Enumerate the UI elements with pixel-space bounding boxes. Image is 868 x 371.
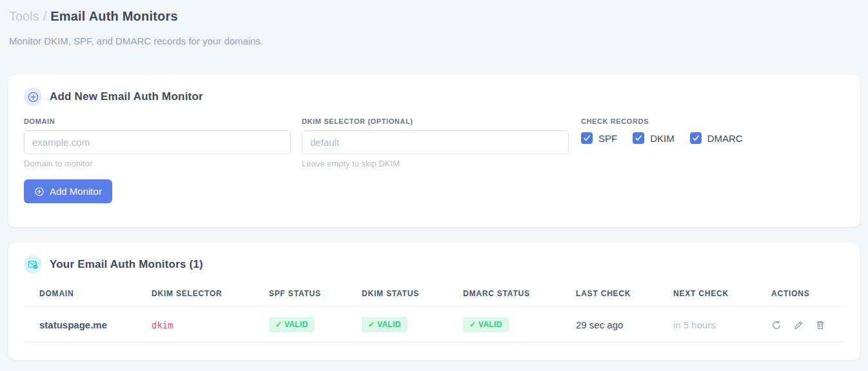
monitor-actions — [756, 307, 844, 343]
edit-button[interactable] — [793, 320, 804, 330]
monitor-domain: statuspage.me — [24, 307, 136, 343]
column-header-domain: DOMAIN — [24, 284, 136, 307]
add-card-header: Add New Email Auth Monitor — [24, 88, 844, 106]
domain-label: DOMAIN — [24, 117, 291, 125]
add-monitor-form: DOMAIN Domain to monitor DKIM SELECTOR (… — [24, 117, 844, 168]
add-monitor-button-label: Add Monitor — [50, 186, 102, 197]
dmarc-checkbox-label: DMARC — [707, 133, 743, 144]
column-header-actions: ACTIONS — [756, 284, 844, 307]
mail-check-icon — [24, 256, 42, 274]
column-header-last-check: LAST CHECK — [560, 284, 658, 307]
table-header-row: DOMAIN DKIM SELECTOR SPF STATUS DKIM STA… — [24, 284, 844, 307]
page: Tools/Email Auth Monitors Monitor DKIM, … — [0, 0, 868, 371]
spf-checkbox-label: SPF — [598, 133, 617, 144]
monitor-next-check: in 5 hours — [658, 307, 756, 343]
refresh-button[interactable] — [771, 320, 782, 330]
domain-input[interactable] — [24, 130, 291, 154]
trash-icon — [815, 320, 825, 330]
page-subtitle: Monitor DKIM, SPF, and DMARC records for… — [9, 35, 860, 46]
pencil-icon — [793, 320, 804, 330]
monitor-dkim-selector: dkim — [152, 320, 173, 330]
dkim-checkbox-box[interactable] — [633, 132, 644, 144]
spf-checkbox-box[interactable] — [581, 132, 593, 144]
dkim-selector-field-group: DKIM SELECTOR (OPTIONAL) Leave empty to … — [302, 117, 569, 168]
check-records-group: CHECK RECORDS SPF DKIM — [581, 117, 743, 168]
monitors-card-header: Your Email Auth Monitors (1) — [24, 256, 844, 274]
dkim-checkbox[interactable]: DKIM — [633, 132, 675, 144]
breadcrumb-tools-link[interactable]: Tools — [9, 9, 39, 23]
dkim-selector-help-text: Leave empty to skip DKIM — [302, 159, 569, 168]
dmarc-checkbox-box[interactable] — [690, 132, 702, 144]
breadcrumb: Tools/Email Auth Monitors — [8, 8, 860, 25]
plus-circle-icon — [24, 88, 42, 106]
page-title: Email Auth Monitors — [50, 9, 178, 23]
column-header-dkim-selector: DKIM SELECTOR — [136, 284, 253, 307]
refresh-icon — [771, 320, 782, 330]
monitors-card-title: Your Email Auth Monitors (1) — [50, 258, 203, 271]
domain-help-text: Domain to monitor — [24, 159, 291, 168]
dkim-selector-label: DKIM SELECTOR (OPTIONAL) — [302, 117, 569, 125]
table-row: statuspage.me dkim ✓ VALID ✓ VALID ✓ VAL… — [24, 307, 844, 343]
add-monitor-button[interactable]: Add Monitor — [24, 179, 112, 203]
check-icon — [634, 134, 643, 143]
check-icon — [691, 134, 700, 143]
spf-status-badge: ✓ VALID — [269, 317, 315, 332]
add-card-title: Add New Email Auth Monitor — [50, 90, 203, 103]
spf-checkbox[interactable]: SPF — [581, 132, 617, 144]
dmarc-status-badge: ✓ VALID — [463, 317, 509, 332]
plus-circle-icon — [34, 186, 44, 197]
check-records-label: CHECK RECORDS — [581, 117, 743, 125]
dmarc-checkbox[interactable]: DMARC — [690, 132, 743, 144]
check-records-row: SPF DKIM DMARC — [581, 132, 743, 144]
delete-button[interactable] — [815, 320, 825, 330]
column-header-dmarc-status: DMARC STATUS — [448, 284, 560, 307]
check-icon — [582, 134, 591, 143]
dkim-selector-input[interactable] — [302, 130, 569, 154]
monitors-card: Your Email Auth Monitors (1) DOMAIN DKIM… — [8, 243, 860, 360]
column-header-spf-status: SPF STATUS — [253, 284, 346, 307]
monitors-table: DOMAIN DKIM SELECTOR SPF STATUS DKIM STA… — [24, 284, 844, 343]
column-header-next-check: NEXT CHECK — [658, 284, 756, 307]
monitor-last-check: 29 sec ago — [560, 307, 658, 343]
dkim-status-badge: ✓ VALID — [362, 317, 408, 332]
domain-field-group: DOMAIN Domain to monitor — [24, 117, 291, 168]
column-header-dkim-status: DKIM STATUS — [346, 284, 448, 307]
breadcrumb-separator: / — [43, 9, 47, 23]
add-monitor-card: Add New Email Auth Monitor DOMAIN Domain… — [8, 75, 860, 227]
dkim-checkbox-label: DKIM — [650, 133, 675, 144]
